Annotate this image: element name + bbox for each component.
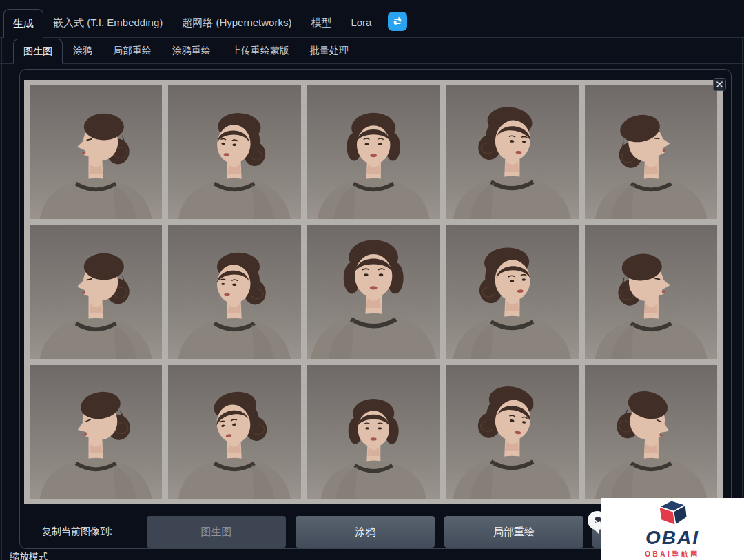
tab-ti-embedding[interactable]: 嵌入式 (T.I. Embedding) [43,8,172,37]
watermark-subtitle: OBAI导航网 [645,550,700,559]
copy-to-inpaint-button[interactable]: 局部重绘 [444,516,583,548]
portrait-thumbnail [307,225,440,359]
portrait-thumbnail [30,365,162,499]
portrait-thumbnail [585,365,717,499]
obai-watermark: OBAI OBAI导航网 [586,498,744,560]
gallery-image[interactable] [307,225,440,359]
gallery-image[interactable] [30,85,162,219]
refresh-button[interactable] [388,12,407,31]
copy-to-label: 复制当前图像到: [42,526,112,538]
close-button[interactable] [713,78,726,91]
gallery-image[interactable] [446,365,578,499]
portrait-thumbnail [307,365,440,499]
top-tab-bar: 生成 嵌入式 (T.I. Embedding) 超网络 (Hypernetwor… [0,0,744,38]
gallery-image[interactable] [446,85,578,219]
gallery-image[interactable] [585,85,717,219]
obai-cube-logo-icon [652,499,692,530]
copy-to-img2img-button[interactable]: 图生图 [147,516,286,548]
subtab-sketch[interactable]: 涂鸦 [63,38,103,63]
tab-lora[interactable]: Lora [341,8,381,37]
watermark-box: OBAI OBAI导航网 [601,498,744,560]
portrait-thumbnail [30,225,162,359]
subtab-batch[interactable]: 批量处理 [300,38,359,63]
refresh-icon [391,15,404,28]
portrait-thumbnail [307,85,440,219]
tab-hypernetworks[interactable]: 超网络 (Hypernetworks) [172,8,301,37]
tab-generate[interactable]: 生成 [3,9,43,38]
gallery-image[interactable] [30,225,162,359]
gallery-image[interactable] [585,365,717,499]
portrait-thumbnail [446,225,578,359]
subtab-img2img[interactable]: 图生图 [13,39,63,64]
portrait-thumbnail [168,365,300,499]
portrait-thumbnail [585,85,717,219]
gallery-image[interactable] [168,365,300,499]
portrait-thumbnail [446,85,578,219]
portrait-thumbnail [168,225,300,359]
tab-models[interactable]: 模型 [301,8,341,37]
portrait-thumbnail [168,85,300,219]
portrait-thumbnail [446,365,578,499]
portrait-thumbnail [30,85,162,219]
gallery-image[interactable] [307,365,440,499]
copy-to-sketch-button[interactable]: 涂鸦 [296,516,435,548]
generated-image-grid[interactable] [24,80,723,504]
gallery-image[interactable] [30,365,162,499]
watermark-brand: OBAI [645,528,699,548]
subtab-inpaint-sketch[interactable]: 涂鸦重绘 [162,38,221,63]
gallery-image[interactable] [168,225,300,359]
close-icon [716,81,723,87]
gallery-image[interactable] [307,85,440,219]
subtab-inpaint-upload[interactable]: 上传重绘蒙版 [221,38,300,63]
gallery-image[interactable] [446,225,578,359]
gallery-image[interactable] [168,85,300,219]
img2img-tab-bar: 图生图 涂鸦 局部重绘 涂鸦重绘 上传重绘蒙版 批量处理 [0,38,744,64]
sd-webui-page: 生成 嵌入式 (T.I. Embedding) 超网络 (Hypernetwor… [0,0,744,560]
gallery-image[interactable] [585,225,717,359]
gallery-panel: 复制当前图像到: 图生图 涂鸦 局部重绘 涂鸦重绘 [19,69,732,549]
portrait-thumbnail [585,225,717,359]
subtab-inpaint[interactable]: 局部重绘 [103,38,162,63]
resize-mode-label: 缩放模式 [10,551,48,560]
